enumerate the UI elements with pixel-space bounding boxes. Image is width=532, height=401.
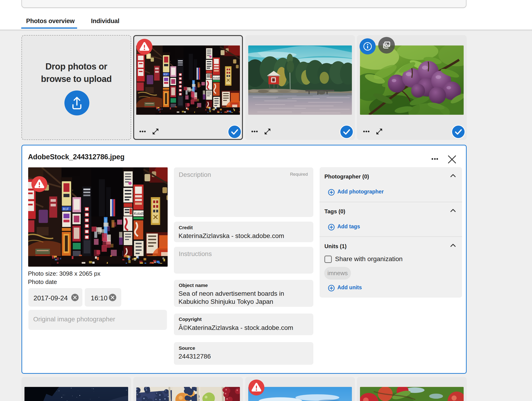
svg-text:B1F: B1F [63,207,69,211]
svg-text:B1F: B1F [164,73,168,76]
